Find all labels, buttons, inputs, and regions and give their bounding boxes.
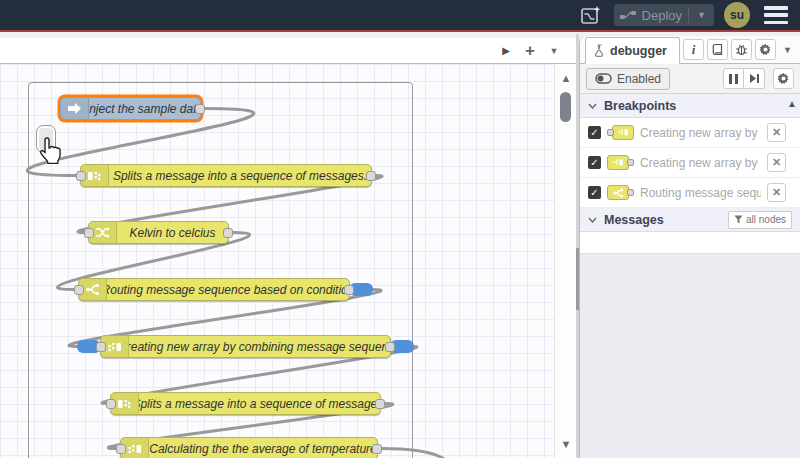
remove-breakpoint-button[interactable]: ✕ (767, 153, 786, 172)
output-port[interactable] (195, 104, 205, 114)
debugger-toolbar: Enabled (580, 64, 800, 94)
output-port[interactable] (344, 285, 354, 295)
output-port[interactable] (223, 228, 233, 238)
info-tab-button[interactable]: i (683, 39, 704, 60)
tab-debugger-label: debugger (610, 44, 667, 58)
messages-title: Messages (604, 213, 664, 227)
mini-output-port (627, 189, 634, 196)
node-label: Inject the sample data (89, 98, 200, 119)
breakpoints-section-header[interactable]: Breakpoints (580, 94, 800, 118)
wire[interactable] (382, 449, 462, 458)
mini-node-join-icon (607, 125, 634, 140)
breakpoint-label: Creating new array by combining message … (640, 126, 761, 140)
gear-icon (759, 43, 772, 56)
avatar-initials: su (730, 8, 744, 22)
sidebar-scroll-up-icon[interactable]: ▲ (787, 98, 797, 109)
debugger-toolbar-right (723, 68, 794, 89)
info-icon: i (692, 42, 696, 58)
input-port[interactable] (76, 171, 86, 181)
filter-label: all nodes (746, 214, 786, 225)
breakpoint-row[interactable]: ✓Creating new array by combining message… (580, 118, 800, 148)
node-label: Creating new array by combining message … (129, 336, 390, 357)
scrollbar-thumb[interactable] (560, 92, 571, 122)
breakpoint-checkbox[interactable]: ✓ (588, 156, 601, 169)
add-flow-button[interactable]: + (518, 40, 542, 62)
flow-node-switch1[interactable]: Routing message sequence based on condit… (78, 278, 350, 301)
workspace: ▶ + ▼ Inject the sample dataSplits a mes… (0, 34, 800, 458)
pause-button[interactable] (723, 68, 744, 89)
node-label: Splits a message into a sequence of mess… (139, 393, 380, 414)
debugger-enabled-toggle[interactable]: Enabled (586, 68, 670, 90)
flow-canvas[interactable]: Inject the sample dataSplits a message i… (0, 64, 576, 458)
canvas-column: ▶ + ▼ Inject the sample dataSplits a mes… (0, 34, 576, 458)
book-icon (712, 43, 724, 56)
inject-icon (61, 98, 89, 119)
bug-icon (735, 43, 748, 56)
flow-node-split1[interactable]: Splits a message into a sequence of mess… (80, 164, 372, 187)
mini-output-port (627, 159, 634, 166)
output-port[interactable] (372, 444, 382, 454)
remove-breakpoint-button[interactable]: ✕ (767, 183, 786, 202)
debugger-settings-button[interactable] (773, 68, 794, 89)
flow-node-join2[interactable]: Calculating the the average of temperatu… (120, 437, 378, 458)
flow-node-inject1[interactable]: Inject the sample data (60, 97, 201, 120)
output-port[interactable] (385, 342, 395, 352)
breakpoints-title: Breakpoints (604, 99, 676, 113)
help-tab-button[interactable] (707, 39, 728, 60)
gear-icon (777, 72, 790, 85)
node-label: Calculating the the average of temperatu… (149, 438, 377, 458)
main-menu-button[interactable] (764, 6, 788, 24)
chevron-down-icon (588, 217, 597, 223)
tab-debugger[interactable]: debugger (585, 37, 680, 64)
mini-input-port (607, 129, 614, 136)
remove-breakpoint-button[interactable]: ✕ (767, 123, 786, 142)
step-button[interactable] (744, 68, 765, 89)
messages-filter-button[interactable]: all nodes (728, 211, 792, 229)
debug-tab-button[interactable] (731, 39, 752, 60)
debugger-content: Breakpoints ✓Creating new array by combi… (580, 94, 800, 458)
config-nodes-tab-button[interactable] (755, 39, 776, 60)
node-label: Splits a message into a sequence of mess… (109, 165, 371, 186)
sidebar-menu-caret-icon[interactable]: ▼ (779, 45, 796, 55)
input-port[interactable] (116, 444, 126, 454)
scroll-down-icon[interactable]: ▼ (555, 438, 576, 450)
node-label: Routing message sequence based on condit… (107, 279, 349, 300)
deploy-divider (688, 7, 689, 23)
hamburger-icon (764, 6, 788, 10)
mini-node-switch-icon (607, 185, 634, 200)
deploy-nodes-icon (620, 10, 636, 20)
flow-node-join1[interactable]: Creating new array by combining message … (100, 335, 391, 358)
deploy-options-caret-icon[interactable]: ▼ (695, 10, 708, 20)
flow-assistant-button[interactable] (578, 3, 604, 27)
flow-node-split2[interactable]: Splits a message into a sequence of mess… (110, 392, 381, 415)
input-port[interactable] (96, 342, 106, 352)
canvas-vertical-scrollbar[interactable]: ▲ ▼ (554, 64, 576, 458)
step-icon (749, 73, 760, 84)
output-port[interactable] (375, 399, 385, 409)
messages-section-header[interactable]: Messages all nodes (580, 208, 800, 232)
breakpoints-list: ✓Creating new array by combining message… (580, 118, 800, 208)
flow-node-change1[interactable]: Kelvin to celcius (88, 221, 229, 244)
input-port[interactable] (74, 285, 84, 295)
breakpoint-row[interactable]: ✓Routing message sequence based on condi… (580, 178, 800, 208)
breakpoint-checkbox[interactable]: ✓ (588, 126, 601, 139)
input-port[interactable] (84, 228, 94, 238)
user-avatar[interactable]: su (724, 2, 750, 28)
breakpoint-label: Creating new array by combining message … (640, 156, 761, 170)
flow-tabbar: ▶ + ▼ (0, 38, 576, 64)
cursor-pointer-icon (38, 136, 62, 164)
flow-list-caret-icon[interactable]: ▼ (542, 40, 566, 62)
flow-assistant-icon (580, 5, 602, 25)
sidebar-tabbar: debugger i (580, 36, 800, 64)
breakpoint-row[interactable]: ✓Creating new array by combining message… (580, 148, 800, 178)
input-port[interactable] (106, 399, 116, 409)
scroll-up-icon[interactable]: ▲ (555, 72, 576, 84)
tab-scroll-right-icon[interactable]: ▶ (494, 40, 518, 62)
deploy-button-label[interactable]: Deploy (642, 8, 682, 23)
header-bar: Deploy ▼ su (0, 0, 800, 32)
deploy-button-group[interactable]: Deploy ▼ (614, 4, 714, 26)
output-port[interactable] (366, 171, 376, 181)
breakpoint-checkbox[interactable]: ✓ (588, 186, 601, 199)
sidebar: debugger i (579, 36, 800, 458)
funnel-icon (734, 215, 743, 224)
